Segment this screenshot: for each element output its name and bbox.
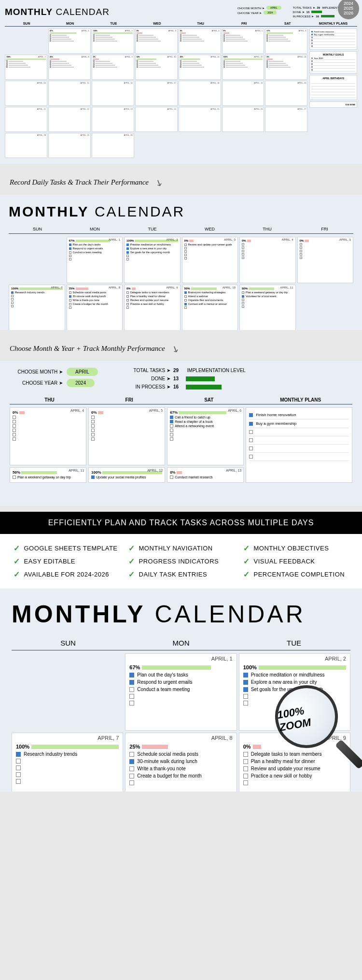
month-selector[interactable]: APRIL bbox=[67, 368, 98, 376]
day-cell[interactable]: APRIL, 18 bbox=[179, 81, 221, 106]
day-cell[interactable]: APRIL, 40% bbox=[10, 407, 86, 465]
feature-item: ✓MONTHLY NAVIGATION bbox=[128, 544, 234, 553]
monthly-plans-box: Finish home renovation Buy a gym members… bbox=[309, 29, 357, 50]
year-3: 2026 bbox=[344, 11, 353, 16]
monthly-plans-box: Finish home renovation Buy a gym members… bbox=[246, 407, 352, 483]
feature-item: ✓VISUAL FEEDBACK bbox=[243, 557, 348, 566]
day-cell[interactable]: APRIL, 825% bbox=[48, 55, 91, 80]
day-cell[interactable]: APRIL, 1050%Brainstorm marketing strateg… bbox=[182, 285, 238, 330]
detail-controls: CHOOSE MONTH ➤APRIL CHOOSE YEAR ➤2024 TO… bbox=[0, 361, 362, 506]
feature-item: ✓PROGRESS INDICATORS bbox=[128, 557, 234, 566]
day-cell[interactable]: APRIL, 1050% bbox=[135, 55, 178, 80]
day-cell[interactable]: APRIL, 667% bbox=[265, 29, 307, 54]
day-cell[interactable]: APRIL, 167% bbox=[48, 29, 91, 54]
day-cell[interactable]: APRIL, 1150% bbox=[179, 55, 221, 80]
full-calendar-preview: 2024 2025 2026 MONTHLY CALENDAR CHOOSE M… bbox=[0, 0, 362, 164]
feature-item: ✓AVAILABLE FOR 2024-2026 bbox=[14, 570, 119, 579]
day-cell[interactable]: APRIL, 90%Delegate tasks to team members… bbox=[124, 285, 181, 330]
monthly-goals-box: MONTHLY GOALS Save $500 bbox=[309, 51, 357, 73]
check-icon: ✓ bbox=[243, 544, 250, 553]
checkbox-icon[interactable] bbox=[249, 422, 253, 426]
day-cell[interactable]: APRIL, 21 bbox=[5, 107, 47, 132]
day-cell[interactable]: APRIL, 24 bbox=[135, 107, 178, 132]
day-cell[interactable]: APRIL, 30 bbox=[92, 133, 134, 158]
day-cell[interactable]: APRIL, 50% bbox=[88, 407, 165, 465]
check-icon: ✓ bbox=[14, 544, 20, 553]
check-icon: ✓ bbox=[14, 557, 20, 566]
day-cell[interactable]: APRIL, 12100% bbox=[222, 55, 265, 80]
day-cell[interactable]: APRIL, 17 bbox=[135, 81, 178, 106]
feature-item: ✓MONTHLY OBJECTIVES bbox=[243, 544, 348, 553]
day-cell[interactable]: APRIL, 825%Schedule social media posts30… bbox=[67, 285, 123, 330]
day-cell[interactable]: APRIL, 1150%Plan a weekend getaway or da… bbox=[10, 467, 86, 483]
day-cell[interactable]: APRIL, 7100% bbox=[5, 55, 47, 80]
day-cell[interactable]: APRIL, 50% bbox=[222, 29, 265, 54]
day-cell[interactable]: APRIL, 12100%Update your social media pr… bbox=[88, 467, 165, 483]
day-cell[interactable]: APRIL, 667%Call a friend to catch upRead… bbox=[167, 407, 244, 465]
day-cell[interactable]: APRIL, 50% bbox=[297, 237, 354, 283]
day-cell[interactable]: APRIL, 19 bbox=[222, 81, 265, 106]
day-cell[interactable]: APRIL, 40% bbox=[179, 29, 221, 54]
day-cell[interactable]: APRIL, 30% bbox=[135, 29, 178, 54]
page-title: MONTHLY CALENDAR bbox=[5, 7, 110, 17]
feature-item: ✓DAILY TASK ENTRIES bbox=[128, 570, 234, 579]
year-selector[interactable]: 2024 bbox=[67, 379, 95, 387]
day-cell[interactable]: APRIL, 40% bbox=[239, 237, 296, 283]
day-cell[interactable]: APRIL, 25 bbox=[179, 107, 221, 132]
caption-2: Choose Month & Year + Track Monthly Perf… bbox=[0, 336, 362, 361]
day-cell[interactable]: APRIL, 167%Plan out the day's tasksRespo… bbox=[67, 237, 123, 283]
headline-banner: EFFICIENTLY PLAN AND TRACK TASKS ACROSS … bbox=[0, 512, 362, 534]
checkbox-icon[interactable] bbox=[249, 430, 253, 434]
checkbox-icon[interactable] bbox=[249, 438, 253, 442]
check-icon: ✓ bbox=[243, 570, 250, 579]
day-cell[interactable]: APRIL, 2100%Practice meditation or mindf… bbox=[124, 237, 181, 283]
page-title: MONTHLY CALENDAR bbox=[9, 203, 353, 220]
process-bar bbox=[186, 385, 222, 389]
day-cell[interactable]: APRIL, 23 bbox=[92, 107, 134, 132]
day-cell[interactable]: APRIL, 15 bbox=[48, 81, 91, 106]
year-selector[interactable]: 2024 bbox=[264, 11, 277, 14]
day-cell[interactable]: APRIL, 26 bbox=[222, 107, 265, 132]
done-ratio: 5/16 DONE bbox=[309, 101, 357, 108]
day-cell[interactable]: APRIL, 30%Review and update your career … bbox=[182, 237, 238, 283]
day-cell[interactable]: APRIL, 28 bbox=[5, 133, 47, 158]
day-cell[interactable]: APRIL, 2100% bbox=[92, 29, 134, 54]
day-cell[interactable]: APRIL, 7100%Research industry trends bbox=[12, 733, 123, 792]
checkbox-icon[interactable] bbox=[249, 455, 253, 459]
day-cell[interactable]: APRIL, 130% bbox=[265, 55, 307, 80]
day-cell[interactable]: APRIL, 7100%Research industry trends bbox=[9, 285, 65, 330]
check-icon: ✓ bbox=[128, 570, 135, 579]
checkbox-icon[interactable] bbox=[249, 413, 253, 417]
month-selector[interactable]: APRIL bbox=[266, 6, 281, 10]
day-cell[interactable]: APRIL, 825%Schedule social media posts30… bbox=[125, 733, 237, 792]
weekday-header: SUNMONTUEWEDTHUFRISATMONTHLY PLANS bbox=[5, 22, 357, 27]
arrow-icon: ↘ bbox=[153, 175, 164, 189]
day-cell[interactable]: APRIL, 22 bbox=[48, 107, 91, 132]
day-cell[interactable]: APRIL, 16 bbox=[92, 81, 134, 106]
day-cell[interactable]: APRIL, 29 bbox=[48, 133, 91, 158]
birthdays-box: APRIL BIRTHDAYS bbox=[309, 75, 357, 100]
check-icon: ✓ bbox=[128, 557, 135, 566]
checkbox-icon[interactable] bbox=[249, 447, 253, 450]
detail-daily-tasks: MONTHLY CALENDAR SUNMONTUEWEDTHUFRI APRI… bbox=[0, 195, 362, 330]
day-cell[interactable]: APRIL, 1150%Plan a weekend getaway or da… bbox=[239, 285, 296, 330]
day-cell[interactable]: APRIL, 14 bbox=[5, 81, 47, 106]
check-icon: ✓ bbox=[14, 570, 20, 579]
feature-list: ✓GOOGLE SHEETS TEMPLATE✓MONTHLY NAVIGATI… bbox=[0, 534, 362, 589]
process-bar bbox=[321, 15, 334, 17]
day-cell[interactable]: APRIL, 90% bbox=[92, 55, 134, 80]
magnifier-icon: 100% ZOOM bbox=[275, 685, 348, 758]
detail-grid: APRIL, 167%Plan out the day's tasksRespo… bbox=[9, 237, 353, 330]
done-bar bbox=[311, 11, 322, 13]
arrow-icon: ↘ bbox=[169, 342, 181, 355]
done-bar bbox=[186, 376, 215, 381]
page-title: MONTHLY CALENDAR bbox=[12, 600, 350, 628]
day-cell[interactable]: APRIL, 130%Conduct market research bbox=[167, 467, 244, 483]
calendar-grid: APRIL, 167%APRIL, 2100%APRIL, 30%APRIL, … bbox=[5, 29, 307, 158]
day-cell[interactable]: APRIL, 27 bbox=[265, 107, 307, 132]
day-cell[interactable]: APRIL, 167%Plan out the day's tasksRespo… bbox=[125, 653, 237, 731]
check-icon: ✓ bbox=[243, 557, 250, 566]
day-cell[interactable]: APRIL, 20 bbox=[265, 81, 307, 106]
feature-item: ✓EASY EDITABLE bbox=[14, 557, 119, 566]
feature-item: ✓PERCENTAGE COMPLETION bbox=[243, 570, 348, 579]
